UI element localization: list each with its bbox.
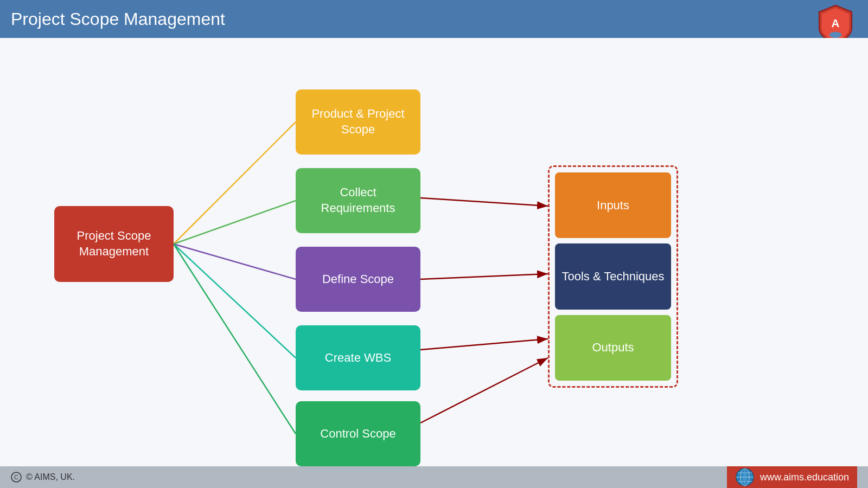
svg-line-6 [174,244,296,358]
svg-line-4 [174,201,296,244]
copyright-icon: C [11,472,22,483]
define-scope-box: Define Scope [296,247,420,312]
svg-line-8 [420,198,548,206]
footer: C © AIMS, UK. www.aims.education [0,466,868,488]
svg-text:C: C [14,474,18,480]
svg-text:A: A [832,17,840,29]
svg-line-9 [420,274,548,279]
svg-line-11 [420,358,548,423]
footer-right: www.aims.education [727,466,857,488]
svg-line-5 [174,244,296,279]
svg-line-7 [174,244,296,434]
globe-icon [735,467,755,487]
svg-line-3 [174,122,296,244]
footer-left-text: © AIMS, UK. [26,472,75,482]
control-scope-box: Control Scope [296,401,420,466]
product-project-scope-box: Product & Project Scope [296,89,420,155]
main-content: Project Scope Management Product & Proje… [0,38,868,488]
footer-right-text: www.aims.education [760,472,849,483]
ito-panel: Inputs Tools & Techniques Outputs [548,165,678,388]
svg-point-1 [829,32,842,38]
page-title: Project Scope Management [11,9,225,29]
tools-techniques-box: Tools & Techniques [555,243,671,309]
create-wbs-box: Create WBS [296,325,420,390]
inputs-box: Inputs [555,172,671,238]
footer-left: C © AIMS, UK. [11,472,75,483]
outputs-box: Outputs [555,315,671,381]
header: Project Scope Management A [0,0,868,38]
project-scope-management-box: Project Scope Management [54,206,174,282]
svg-line-10 [420,339,548,350]
collect-requirements-box: Collect Requirements [296,168,420,233]
